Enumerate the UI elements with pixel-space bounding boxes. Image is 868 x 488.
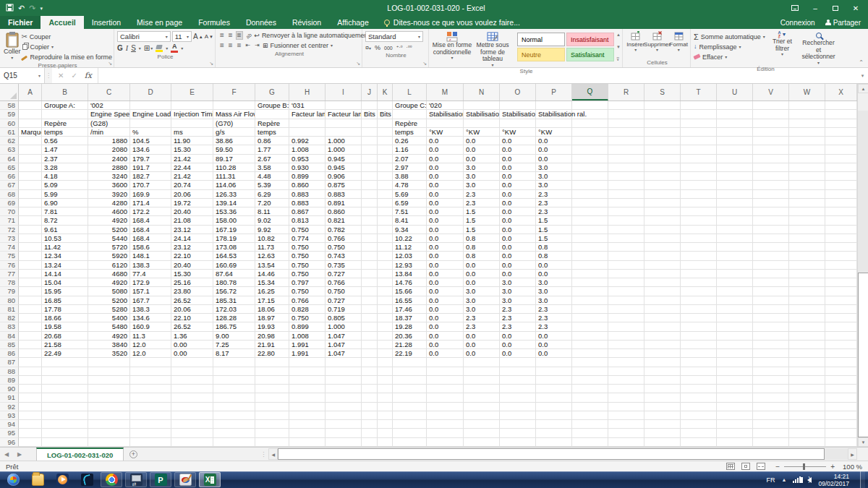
cell-P70[interactable]: 2.3 bbox=[536, 207, 572, 216]
horizontal-scrollbar[interactable]: ◀ ▶ bbox=[268, 448, 857, 460]
expand-formula-bar-button[interactable]: ▾ bbox=[857, 68, 868, 83]
cell-H74[interactable]: 0.750 bbox=[289, 243, 326, 252]
cell-O58[interactable] bbox=[500, 101, 536, 110]
network-icon[interactable] bbox=[793, 476, 801, 483]
cell-O62[interactable]: 0.0 bbox=[500, 137, 536, 145]
cell-L65[interactable]: 2.97 bbox=[393, 163, 427, 172]
cell-V76[interactable] bbox=[753, 261, 789, 270]
cell-U68[interactable] bbox=[717, 190, 753, 199]
cell-L95[interactable] bbox=[393, 429, 427, 437]
cell-W89[interactable] bbox=[789, 376, 825, 385]
cell-K79[interactable] bbox=[378, 287, 393, 296]
cell-X92[interactable] bbox=[825, 403, 857, 411]
cell-K88[interactable] bbox=[378, 367, 393, 376]
cell-K67[interactable] bbox=[378, 181, 393, 189]
cell-R72[interactable] bbox=[608, 226, 644, 234]
cell-I82[interactable]: 0.805 bbox=[326, 314, 362, 322]
underline-button[interactable]: S bbox=[131, 44, 136, 52]
cell-P79[interactable]: 3.0 bbox=[536, 287, 572, 296]
cell-C96[interactable] bbox=[88, 438, 130, 447]
cell-V87[interactable] bbox=[753, 358, 789, 367]
cell-S68[interactable] bbox=[644, 190, 681, 199]
cell-G94[interactable] bbox=[255, 420, 289, 429]
row-header-64[interactable]: 64 bbox=[0, 155, 19, 163]
cell-B90[interactable] bbox=[42, 385, 88, 393]
cell-M69[interactable]: 0.0 bbox=[427, 199, 464, 207]
cell-J71[interactable] bbox=[362, 216, 378, 225]
cell-F58[interactable] bbox=[213, 101, 255, 110]
cell-N81[interactable]: 3.0 bbox=[464, 305, 500, 314]
clear-button[interactable]: Effacer▾ bbox=[694, 52, 765, 61]
cell-U87[interactable] bbox=[717, 358, 753, 367]
cell-X72[interactable] bbox=[825, 226, 857, 234]
column-header-E[interactable]: E bbox=[171, 84, 213, 100]
cell-B87[interactable] bbox=[42, 358, 88, 367]
cell-G61[interactable]: temps bbox=[255, 128, 289, 137]
column-header-N[interactable]: N bbox=[464, 84, 500, 100]
cell-D68[interactable]: 169.9 bbox=[130, 190, 171, 199]
column-header-F[interactable]: F bbox=[213, 84, 255, 100]
cell-J72[interactable] bbox=[362, 226, 378, 234]
cell-J96[interactable] bbox=[362, 438, 378, 447]
cell-R93[interactable] bbox=[608, 411, 644, 420]
cell-N74[interactable]: 0.8 bbox=[464, 243, 500, 252]
cell-D70[interactable]: 172.2 bbox=[130, 207, 171, 216]
cell-L69[interactable]: 6.59 bbox=[393, 199, 427, 207]
cell-H93[interactable] bbox=[289, 411, 326, 420]
cell-U88[interactable] bbox=[717, 367, 753, 376]
cell-C77[interactable]: 4680 bbox=[88, 270, 130, 278]
cell-R58[interactable] bbox=[608, 101, 644, 110]
cell-A87[interactable] bbox=[19, 358, 42, 367]
cell-A83[interactable] bbox=[19, 322, 42, 331]
cell-F64[interactable]: 89.17 bbox=[213, 155, 255, 163]
cell-F89[interactable] bbox=[213, 376, 255, 385]
cell-I83[interactable]: 1.000 bbox=[326, 322, 362, 331]
cell-R95[interactable] bbox=[608, 429, 644, 437]
row-header-94[interactable]: 94 bbox=[0, 420, 19, 429]
cell-D58[interactable] bbox=[130, 101, 171, 110]
cell-H87[interactable] bbox=[289, 358, 326, 367]
cell-H91[interactable] bbox=[289, 393, 326, 402]
cell-T73[interactable] bbox=[681, 234, 717, 243]
sheet-tab-active[interactable]: LOG-01-002-031-020 bbox=[36, 448, 124, 461]
cell-W68[interactable] bbox=[789, 190, 825, 199]
cell-D60[interactable] bbox=[130, 119, 171, 128]
cell-M75[interactable]: 0.0 bbox=[427, 252, 464, 260]
cell-Q75[interactable] bbox=[572, 252, 608, 260]
cell-U85[interactable] bbox=[717, 341, 753, 349]
cell-K65[interactable] bbox=[378, 163, 393, 172]
cell-M86[interactable]: 0.0 bbox=[427, 349, 464, 358]
column-header-L[interactable]: L bbox=[393, 84, 427, 100]
publisher-taskbar-button[interactable]: P bbox=[150, 472, 171, 487]
cell-M80[interactable]: 0.0 bbox=[427, 296, 464, 305]
cell-J79[interactable] bbox=[362, 287, 378, 296]
cell-D78[interactable]: 172.9 bbox=[130, 278, 171, 287]
row-header-88[interactable]: 88 bbox=[0, 367, 19, 376]
cell-R83[interactable] bbox=[608, 322, 644, 331]
cell-T88[interactable] bbox=[681, 367, 717, 376]
cell-J75[interactable] bbox=[362, 252, 378, 260]
cell-H70[interactable]: 0.867 bbox=[289, 207, 326, 216]
cell-K58[interactable] bbox=[378, 101, 393, 110]
cell-I96[interactable] bbox=[326, 438, 362, 447]
cell-M96[interactable] bbox=[427, 438, 464, 447]
column-header-K[interactable]: K bbox=[378, 84, 393, 100]
cell-J89[interactable] bbox=[362, 376, 378, 385]
cell-E70[interactable]: 20.40 bbox=[171, 207, 213, 216]
cell-T68[interactable] bbox=[681, 190, 717, 199]
cell-B73[interactable]: 10.53 bbox=[42, 234, 88, 243]
cell-M76[interactable]: 0.0 bbox=[427, 261, 464, 270]
cell-E77[interactable]: 15.30 bbox=[171, 270, 213, 278]
cell-R69[interactable] bbox=[608, 199, 644, 207]
row-header-79[interactable]: 79 bbox=[0, 287, 19, 296]
cell-Q71[interactable] bbox=[572, 216, 608, 225]
cell-D59[interactable]: Engine Load bbox=[130, 110, 171, 119]
cell-S79[interactable] bbox=[644, 287, 681, 296]
cell-R89[interactable] bbox=[608, 376, 644, 385]
cell-N92[interactable] bbox=[464, 403, 500, 411]
cell-A70[interactable] bbox=[19, 207, 42, 216]
cell-K64[interactable] bbox=[378, 155, 393, 163]
cell-F59[interactable]: Mass Air Flow bbox=[213, 110, 255, 119]
cell-R73[interactable] bbox=[608, 234, 644, 243]
alignment-dialog-launcher[interactable]: ↘ bbox=[356, 61, 360, 67]
